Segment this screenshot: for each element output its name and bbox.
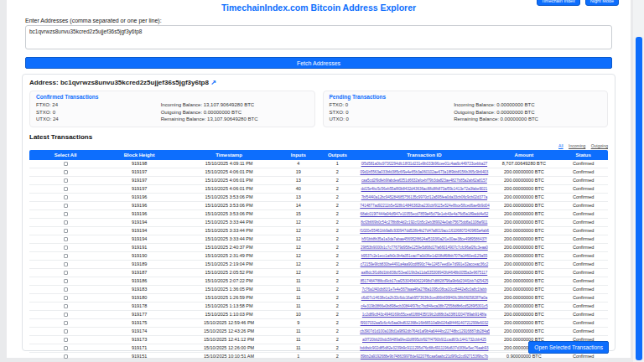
outputs-cell: 2 (316, 261, 360, 269)
address-input-label: Enter Addresses (comma separated or one … (25, 18, 612, 23)
amount-cell: 200.00000000 BTC (490, 252, 559, 261)
nav-button-timechain-index[interactable]: Timechain Index (537, 0, 580, 6)
addresses-textarea[interactable]: bc1qvrwzs8unvu35kcred2z5ujjef36s5jgf3y6t… (25, 25, 612, 49)
transaction-id-link[interactable]: 0f5d581a0bc973f2294dfc18f31d231e9b033b96… (361, 162, 487, 166)
block-height-cell: 919177 (101, 311, 177, 319)
select-checkbox[interactable] (64, 338, 68, 342)
utxo-label: UTXO: (36, 116, 51, 122)
select-checkbox[interactable] (64, 246, 68, 250)
transaction-id-link[interactable]: 7bf54f40a12bc945284685756135c9970cf12a59… (361, 195, 487, 199)
transaction-row: 91919715/10/2025 4:06:01 PM402dd15e4bc5c… (29, 185, 608, 194)
select-cell (29, 160, 101, 168)
select-checkbox[interactable] (64, 254, 68, 258)
select-cell (29, 303, 101, 311)
transaction-id-link[interactable]: f1020e55461bb9a8c930947dd528b4b27d47a801… (360, 229, 489, 233)
select-checkbox[interactable] (64, 304, 68, 308)
block-height-cell: 919174 (101, 328, 177, 336)
transaction-id-link[interactable]: c6d07c14638e1a2b33c6dc16ab957363fb3ced66… (361, 296, 487, 300)
select-checkbox[interactable] (64, 229, 68, 233)
select-checkbox[interactable] (64, 237, 68, 241)
transaction-id-link[interactable]: 7414877ad92211b5e528b14846382ba230cbf911… (360, 204, 489, 208)
select-checkbox[interactable] (64, 212, 68, 216)
transaction-id-link[interactable]: 1c2d89c843c4946169b55cea61f88435f19fc2d8… (362, 313, 486, 317)
fetch-addresses-button[interactable]: Fetch Addresses (25, 57, 612, 69)
filter-incoming-link[interactable]: Incoming (569, 143, 585, 148)
select-checkbox[interactable] (64, 220, 68, 225)
transaction-id-link[interactable]: caa5cd2f9dfeb9fabdea6351d6632afcebf79b3d… (361, 178, 487, 183)
select-checkbox[interactable] (64, 271, 68, 275)
timestamp-cell: 15/10/2025 3:33:44 PM (177, 227, 281, 235)
stxo-label: STXO: (330, 110, 345, 115)
confirmed-panel-title: Confirmed Transactions (36, 94, 309, 100)
transactions-table: Select All Block Height Timestamp Inputs… (29, 150, 608, 361)
select-cell (29, 328, 101, 336)
filter-outgoing-link[interactable]: Outgoing (591, 143, 608, 148)
block-height-cell: 919196 (101, 194, 177, 202)
transaction-id-link[interactable]: cb3907d1d100a108d1a9892db764d1af9b4a6444… (360, 329, 489, 334)
outputs-cell: 2 (316, 303, 360, 311)
select-checkbox[interactable] (64, 204, 68, 208)
table-header-row: Select All Block Height Timestamp Inputs… (29, 150, 608, 160)
select-checkbox[interactable] (64, 279, 68, 283)
inputs-cell: 12 (281, 244, 315, 252)
transaction-id-link[interactable]: 29853b9000b1c7c77679d958e1259e5d68d17fa6… (361, 246, 488, 250)
transaction-id-link[interactable]: aaf8dc3f1d8d1bb838cf53ea019b3a11da535308… (361, 271, 487, 275)
select-checkbox[interactable] (64, 162, 68, 166)
select-checkbox[interactable] (64, 170, 68, 174)
scrollbar-track[interactable] (633, 0, 644, 362)
transaction-id-link[interactable]: c72159e9fcb830be4491a4aa90cdf890c74e1245… (361, 262, 489, 266)
transaction-id-link[interactable]: 09d1b5563a033bfd385c6f9e4e65b3a060102ae6… (361, 170, 489, 174)
select-checkbox[interactable] (64, 354, 68, 359)
transaction-id-link[interactable]: 7c76a1f40db81f1e7e4e567faaa46a27f8a1095c… (361, 287, 486, 292)
amount-cell: 200.00000000 BTC (490, 328, 559, 336)
block-height-cell: 919173 (101, 336, 177, 344)
inputs-cell: 11 (281, 328, 315, 336)
utxo-label: UTXO: (330, 116, 345, 122)
select-checkbox[interactable] (64, 262, 68, 266)
block-height-cell: 919194 (101, 227, 177, 235)
transaction-id-cell: dd15e4bc5c56eb55af80b8432d43636ac88c8fb8… (359, 185, 489, 194)
select-cell (29, 336, 101, 344)
block-height-cell: 919175 (101, 319, 177, 328)
select-checkbox[interactable] (64, 178, 68, 183)
transaction-id-link[interactable]: b5f1bb8b35a1a3da7abaa456952f8624af5193f0… (361, 237, 486, 241)
select-checkbox[interactable] (64, 321, 68, 325)
select-checkbox[interactable] (64, 313, 68, 317)
transaction-id-link[interactable]: f9937032aa5c6c4c5aa0bd632368e16b66510a9b… (361, 321, 489, 325)
inputs-cell: 13 (281, 194, 315, 202)
confirmed-balances: Incoming Balance: 13,107.90649280 BTC Ou… (161, 101, 258, 123)
block-height-cell: 919180 (101, 294, 177, 303)
select-checkbox[interactable] (64, 296, 68, 300)
transaction-id-link[interactable]: 8cf2b669b0c54c278b8b4d2c192cf1b5c2eb3899… (361, 220, 487, 225)
status-cell: Confirmed (558, 277, 608, 286)
external-link-icon[interactable]: ↗ (210, 79, 216, 86)
scrollbar-thumb[interactable] (636, 37, 642, 360)
remaining-balance-label: Remaining Balance: (161, 116, 206, 122)
status-cell: Confirmed (558, 252, 608, 261)
transaction-id-link[interactable]: 85174647f88cd9cb17caf25304540622498d7d88… (361, 279, 489, 283)
transaction-id-cell: c72159e9fcb830be4491a4aa90cdf890c74e1245… (359, 261, 489, 269)
filter-all-link[interactable]: All (558, 143, 564, 148)
amount-cell: 200.00000000 BTC (490, 319, 559, 328)
outputs-cell: 2 (316, 294, 360, 303)
transaction-id-link[interactable]: b9537c2e1ecc1afb0c3b4a351cacf7a0d36e1d20… (361, 254, 487, 258)
transaction-id-link[interactable]: bddbdc902d85d82e3239b9c9111295d76c88c691… (360, 346, 488, 350)
select-cell (29, 177, 101, 185)
transaction-id-link[interactable]: a0f720bb20bdc59489a9fed2df895cbf927f4790… (362, 338, 486, 342)
transaction-id-link[interactable]: 68afc019f7444a94df947e10355ecd7859a45d79… (361, 212, 489, 216)
nav-button-night-mode[interactable]: Night Mode (585, 0, 619, 6)
pending-transactions-panel: Pending Transactions FTXO: 0 STXO: 0 UTX… (323, 90, 609, 127)
open-selected-transactions-button[interactable]: Open Selected Transactions (528, 341, 609, 354)
select-checkbox[interactable] (64, 346, 68, 350)
transaction-id-link[interactable]: dd15e4bc5c56eb55af80b8432d43636ac88c8fb8… (361, 187, 488, 191)
select-checkbox[interactable] (64, 329, 68, 334)
select-checkbox[interactable] (64, 287, 68, 292)
block-height-cell: 919194 (101, 235, 177, 244)
transaction-id-cell: bddbdc902d85d82e3239b9c9111295d76c88c691… (359, 344, 489, 353)
transaction-id-link[interactable]: c4e319b3866e0b898ecb30844f97bc7bc84feca3… (361, 304, 487, 308)
col-select-all[interactable]: Select All (29, 150, 101, 160)
transaction-id-link[interactable]: 89bb2a9192688e9b748639978de92207f6caa6aa… (361, 354, 488, 359)
select-checkbox[interactable] (64, 195, 68, 199)
transaction-row: 91917115/10/2025 12:26:00 PM112bddbdc902… (29, 344, 608, 353)
select-checkbox[interactable] (64, 187, 68, 191)
